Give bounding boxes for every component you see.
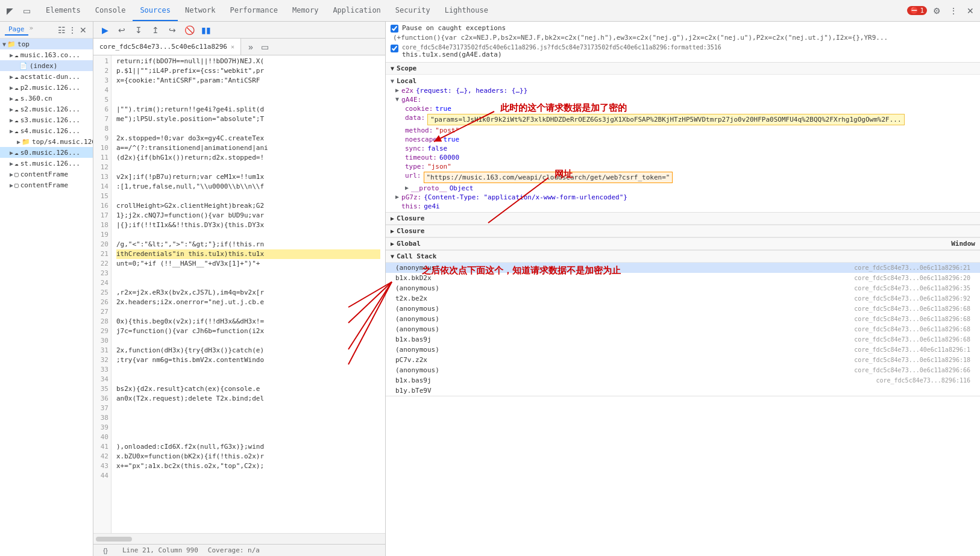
step-btn[interactable]: ↪	[166, 23, 179, 37]
tab-sources[interactable]: Sources	[133, 0, 178, 21]
call-name-9: pC7v.z2x	[395, 356, 427, 364]
arrow-icon: ▶	[10, 73, 13, 80]
pause-caught-checkbox[interactable]	[391, 25, 398, 33]
code-line-39	[116, 423, 380, 433]
tree-item-p2music[interactable]: ▶ ☁ p2.music.126...	[0, 82, 93, 93]
refresh-icon[interactable]: ⋮	[68, 25, 77, 35]
call-item-0[interactable]: (anonymous) core_fdc5c84e73...0e6c11a829…	[386, 263, 980, 273]
coverage-status: Coverage: n/a	[208, 546, 260, 554]
line-num-21: 21	[93, 249, 111, 259]
tree-item-music163[interactable]: ▶ ☁ music.163.co...	[0, 49, 93, 60]
tree-item-s4sub[interactable]: ▶ 📁 top/s4.music.126...	[0, 136, 93, 147]
local-group-header[interactable]: ▼ Local	[386, 76, 980, 86]
tree-label: (index)	[30, 62, 57, 70]
call-loc-0: core_fdc5c84e73...0e6c11a8296:21	[854, 264, 970, 271]
call-item-6[interactable]: (anonymous) core_fdc5c84e73...0e6c11a829…	[386, 324, 980, 334]
blackbox-btn[interactable]: 🚫	[183, 23, 196, 37]
tree-item-top[interactable]: ▼ 📁 top	[0, 39, 93, 49]
tree-item-stmusic[interactable]: ▶ ☁ st.music.126...	[0, 158, 93, 169]
scope-arrow-icon: ▼	[391, 65, 394, 72]
call-item-10[interactable]: (anonymous) core_fdc5c84e73...0e6c11a829…	[386, 365, 980, 375]
tab-lighthouse[interactable]: Lighthouse	[438, 0, 495, 21]
tree-item-s0music[interactable]: ▶ ☁ s0.music.126...	[0, 147, 93, 158]
scope-header[interactable]: ▼ Scope	[386, 63, 980, 75]
horizontal-scrollbar[interactable]	[93, 533, 385, 544]
call-item-7[interactable]: b1x.bas9j core_fdc5c84e73...0e6c11a8296:…	[386, 334, 980, 345]
close-tab-icon[interactable]: ✕	[231, 43, 234, 50]
code-line-17: 1};j2x.cNQ7J=function(){var bUD9u;var	[116, 211, 380, 220]
tab-page[interactable]: Page	[5, 24, 28, 36]
call-item-11[interactable]: b1x.bas9j core_fdc5c84e73...8296:116	[386, 375, 980, 386]
step-out-btn[interactable]: ↥	[149, 23, 162, 37]
line-num-1: 1	[93, 57, 111, 66]
window-label: Window	[951, 240, 975, 248]
arrow-icon: ▼	[2, 41, 6, 48]
tree-item-index[interactable]: 📄 (index)	[0, 60, 93, 71]
call-item-2[interactable]: (anonymous) core_fdc5c84e73...0e6c11a829…	[386, 283, 980, 293]
settings-icon[interactable]: ⚙	[929, 4, 944, 18]
tree-label: top/s4.music.126...	[32, 138, 93, 146]
tab-elements[interactable]: Elements	[39, 0, 88, 21]
tree-item-s3music[interactable]: ▶ ☁ s3.music.126...	[0, 114, 93, 125]
tab-memory[interactable]: Memory	[285, 0, 325, 21]
closure1-header[interactable]: ▶ Closure	[386, 213, 980, 225]
call-item-1[interactable]: b1x.bkD2x core_fdc5c84e73...0e6c11a8296:…	[386, 273, 980, 283]
scope-pg7z[interactable]: ▶ pG7z: {Content-Type: "application/x-ww…	[386, 193, 980, 202]
tree-item-acstatic[interactable]: ▶ ☁ acstatic-dun...	[0, 71, 93, 82]
more-icon[interactable]: ⋮	[946, 4, 961, 18]
scope-ga4e-header[interactable]: ▼ gA4E:	[386, 95, 980, 104]
tab-more-icon[interactable]: »	[30, 24, 34, 36]
call-item-12[interactable]: b1y.bTe9V	[386, 386, 980, 396]
format-icon[interactable]: {}	[98, 543, 113, 557]
call-loc-6: core_fdc5c84e73...0e6c11a8296:68	[854, 326, 970, 333]
code-line-10: a==/^(?:transitionend|animationend|ani	[116, 143, 380, 153]
call-item-8[interactable]: (anonymous) core_fdc5c84e73...40e6c11a82…	[386, 345, 980, 355]
call-name-1: b1x.bkD2x	[395, 274, 432, 282]
call-item-5[interactable]: (anonymous) core_fdc5c84e73...0e6c11a829…	[386, 314, 980, 324]
more-tabs-icon[interactable]: »	[243, 40, 258, 54]
tree-item-s360[interactable]: ▶ ☁ s.360.cn	[0, 93, 93, 104]
sync-val: false	[427, 145, 447, 152]
tree-item-contentframe1[interactable]: ▶ ▢ contentFrame	[0, 169, 93, 180]
line-num-37: 37	[93, 404, 111, 413]
new-file-icon[interactable]: ☷	[57, 25, 66, 35]
code-line-35: bs2x){d2x.result}catch(ex){console.e	[116, 384, 380, 394]
device-icon[interactable]: ▭	[19, 4, 34, 18]
tree-item-s2music[interactable]: ▶ ☁ s2.music.126...	[0, 104, 93, 114]
close-icon[interactable]: ✕	[963, 4, 978, 18]
tab-network[interactable]: Network	[178, 0, 223, 21]
call-item-3[interactable]: t2x.be2x core_fdc5c84e73...0e6c11a8296:9…	[386, 293, 980, 304]
pg7z-key: pG7z:	[401, 193, 421, 201]
scope-type: type: "json"	[386, 162, 980, 171]
global-header[interactable]: ▶ Global Window	[386, 238, 980, 250]
source-file-tab[interactable]: core_fdc5c84e73...5c40e6c11a8296 ✕	[93, 39, 241, 55]
split-pane-icon[interactable]: ▭	[258, 40, 272, 54]
close-tree-icon[interactable]: ✕	[78, 25, 88, 35]
callstack-header[interactable]: ▼ Call Stack	[386, 251, 980, 263]
bp-checkbox[interactable]	[391, 45, 398, 52]
code-line-22: unt=0;"+if (!!__HASH__"+dV3x[1]+")"+	[116, 259, 380, 269]
call-item-9[interactable]: pC7v.z2x core_fdc5c84e73...0e6c11a8296:1…	[386, 355, 980, 365]
tab-console[interactable]: Console	[88, 0, 133, 21]
step-into-btn[interactable]: ↧	[132, 23, 145, 37]
line-num-25: 25	[93, 288, 111, 298]
tab-performance[interactable]: Performance	[223, 0, 285, 21]
line-col-status: Line 21, Column 990	[122, 546, 198, 554]
resume-btn[interactable]: ▶	[98, 23, 112, 37]
code-line-13: v2x];if(!pB7u)return;var ceM1x=!!um1x	[116, 172, 380, 182]
tree-item-s4music[interactable]: ▶ ☁ s4.music.126...	[0, 125, 93, 136]
tab-application[interactable]: Application	[325, 0, 388, 21]
tree-item-contentframe2[interactable]: ▶ ▢ contentFrame	[0, 180, 93, 190]
pause-btn[interactable]: ▮▮	[199, 23, 213, 37]
scope-proto[interactable]: ▶ __proto__ Object	[386, 184, 980, 193]
closure2-header[interactable]: ▶ Closure	[386, 225, 980, 237]
code-line-18: |{};if(!!tI1x&&!!this.DY3x){this.DY3x	[116, 220, 380, 230]
step-over-btn[interactable]: ↩	[115, 23, 128, 37]
tree-label: s3.music.126...	[20, 116, 80, 124]
inspect-icon[interactable]: ◤	[2, 4, 17, 18]
arrow-icon: ▶	[10, 128, 13, 134]
tab-security[interactable]: Security	[388, 0, 438, 21]
call-item-4[interactable]: (anonymous) core_fdc5c84e73...0e6c11a829…	[386, 304, 980, 314]
scope-e2x[interactable]: ▶ e2x {request: {…}, headers: {…}}	[386, 86, 980, 95]
noescape-val: true	[444, 136, 460, 143]
